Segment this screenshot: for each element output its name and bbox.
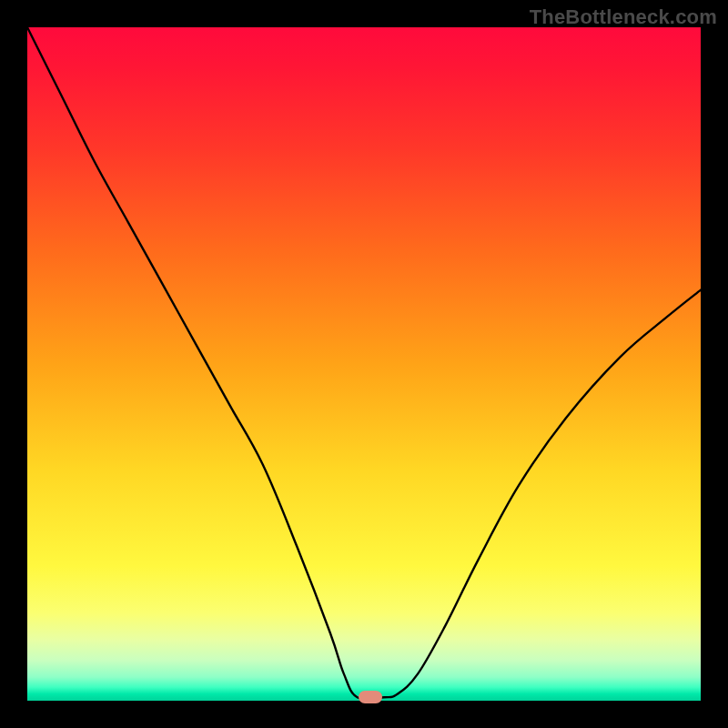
optimum-marker: [359, 691, 382, 703]
plot-area: [27, 27, 701, 701]
chart-frame: TheBottleneck.com: [0, 0, 728, 728]
curve-path: [27, 27, 701, 700]
bottleneck-curve: [27, 27, 701, 701]
watermark-text: TheBottleneck.com: [530, 5, 717, 29]
